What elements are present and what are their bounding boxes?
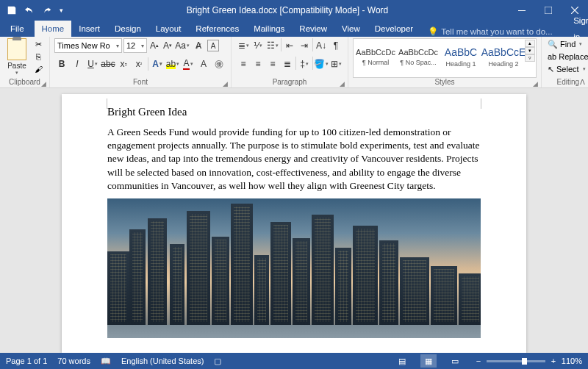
numbering-button[interactable]: ⅟▾ [251, 38, 265, 53]
select-button[interactable]: ↖Select▾ [546, 63, 587, 75]
margin-corner [97, 98, 107, 109]
borders-button[interactable]: ⊞▾ [329, 57, 343, 71]
superscript-button[interactable]: x² [132, 57, 146, 71]
italic-button[interactable]: I [70, 57, 85, 71]
minimize-button[interactable] [509, 0, 535, 21]
document-area[interactable]: Bright Green Idea A Green Seeds Fund wou… [0, 88, 588, 353]
styles-launcher[interactable]: ◢ [533, 80, 538, 87]
font-name-select[interactable]: Times New Ro▾ [54, 38, 122, 53]
character-border-button[interactable]: A [207, 40, 219, 51]
undo-button[interactable] [21, 1, 38, 19]
eraser-icon: A̷ [196, 40, 201, 51]
character-shading-button[interactable]: A [196, 57, 211, 71]
signin-button[interactable]: Sign in [566, 21, 588, 37]
bullets-icon: ≣ [238, 40, 245, 51]
paragraph-launcher[interactable]: ◢ [340, 80, 345, 87]
tab-developer[interactable]: Developer [368, 21, 420, 37]
ribbon-tabs: File Home Insert Design Layout Reference… [0, 21, 588, 37]
enclose-characters-button[interactable]: ㊝ [212, 57, 226, 71]
align-left-icon: ≡ [240, 59, 245, 69]
underline-button[interactable]: U▾ [85, 57, 100, 71]
qat-customize-button[interactable]: ▾ [56, 1, 66, 19]
line-spacing-button[interactable]: ‡▾ [297, 57, 312, 71]
tab-layout[interactable]: Layout [148, 21, 189, 37]
style-heading-2[interactable]: AaBbCcEHeading 2 [482, 40, 525, 74]
highlight-button[interactable]: ab▾ [165, 57, 180, 71]
multilevel-list-button[interactable]: ☷▾ [265, 38, 280, 53]
document-title[interactable]: Bright Green Idea [107, 106, 481, 118]
align-left-button[interactable]: ≡ [236, 57, 251, 71]
justify-button[interactable]: ≣ [280, 57, 295, 71]
find-button[interactable]: 🔍Find▾ [546, 38, 584, 50]
format-painter-button[interactable]: 🖌 [32, 63, 45, 75]
strikethrough-button[interactable]: abc [101, 57, 115, 71]
clear-formatting-button[interactable]: A̷ [191, 38, 206, 53]
macro-recording-button[interactable]: ▢ [214, 357, 221, 366]
styles-group: AaBbCcDc¶ Normal AaBbCcDc¶ No Spac... Aa… [348, 37, 542, 87]
font-size-value: 12 [126, 41, 135, 50]
web-layout-button[interactable]: ▭ [447, 354, 463, 368]
document-body[interactable]: A Green Seeds Fund would provide funding… [107, 126, 481, 193]
save-button[interactable] [3, 1, 21, 19]
styles-scroll-up[interactable]: ▴ [525, 40, 535, 47]
zoom-in-button[interactable]: + [548, 357, 559, 365]
zoom-level[interactable]: 110% [562, 357, 582, 365]
paste-button[interactable]: Paste ▾ [4, 38, 29, 76]
replace-button[interactable]: abReplace [546, 51, 588, 62]
page[interactable]: Bright Green Idea A Green Seeds Fund wou… [62, 94, 526, 353]
page-count[interactable]: Page 1 of 1 [6, 357, 47, 365]
style-normal[interactable]: AaBbCcDc¶ Normal [354, 40, 397, 74]
collapse-ribbon-button[interactable]: ᐱ [580, 78, 585, 86]
font-size-select[interactable]: 12▾ [123, 38, 147, 53]
read-mode-button[interactable]: ▤ [394, 354, 410, 368]
clipboard-icon [7, 38, 26, 60]
tab-view[interactable]: View [334, 21, 368, 37]
print-layout-icon: ▦ [425, 357, 432, 366]
align-center-button[interactable]: ≡ [251, 57, 265, 71]
tab-home[interactable]: Home [35, 21, 72, 37]
tab-design[interactable]: Design [107, 21, 148, 37]
word-count[interactable]: 70 words [57, 357, 90, 365]
text-effects-button[interactable]: A▾ [150, 57, 165, 71]
print-layout-button[interactable]: ▦ [420, 354, 437, 368]
styles-expand[interactable]: ▿ [525, 54, 535, 62]
tell-me-input[interactable] [441, 27, 559, 36]
sort-button[interactable]: A↓ [314, 38, 329, 53]
decrease-indent-button[interactable]: ⇤ [282, 38, 297, 53]
align-center-icon: ≡ [255, 59, 260, 69]
tab-mailings[interactable]: Mailings [246, 21, 292, 37]
language-button[interactable]: English (United States) [121, 357, 204, 365]
change-case-button[interactable]: Aa▾ [175, 38, 190, 53]
style-heading-1[interactable]: AaBbCHeading 1 [440, 40, 482, 74]
grow-font-button[interactable]: A▴ [148, 38, 160, 53]
styles-scroll-down[interactable]: ▾ [525, 47, 535, 54]
bullets-button[interactable]: ≣▾ [236, 38, 251, 53]
shading-button[interactable]: 🪣▾ [314, 57, 329, 71]
increase-indent-button[interactable]: ⇥ [297, 38, 312, 53]
tell-me-search[interactable]: 💡 [420, 26, 566, 37]
font-launcher[interactable]: ◢ [223, 80, 228, 87]
style-no-spacing[interactable]: AaBbCcDc¶ No Spac... [397, 40, 440, 74]
tab-insert[interactable]: Insert [71, 21, 107, 37]
redo-button[interactable] [38, 1, 56, 19]
tab-references[interactable]: References [188, 21, 246, 37]
zoom-slider-thumb[interactable] [522, 358, 527, 365]
maximize-button[interactable] [535, 0, 562, 21]
cut-button[interactable]: ✂ [32, 38, 45, 50]
copy-button[interactable]: ⎘ [32, 51, 45, 62]
file-tab[interactable]: File [0, 21, 35, 37]
zoom-out-button[interactable]: − [473, 357, 484, 365]
tab-review[interactable]: Review [292, 21, 334, 37]
font-color-button[interactable]: A▾ [181, 57, 196, 71]
shrink-font-button[interactable]: A▾ [162, 38, 173, 53]
align-right-button[interactable]: ≡ [265, 57, 280, 71]
clipboard-launcher[interactable]: ◢ [41, 80, 46, 87]
document-image[interactable] [107, 198, 481, 338]
spellcheck-button[interactable]: 📖 [101, 357, 111, 366]
bold-button[interactable]: B [54, 57, 69, 71]
zoom-slider[interactable] [487, 360, 545, 362]
show-marks-button[interactable]: ¶ [329, 38, 343, 53]
border-icon: ⊞ [331, 59, 338, 69]
subscript-button[interactable]: x₂ [116, 57, 131, 71]
scissors-icon: ✂ [35, 40, 42, 49]
